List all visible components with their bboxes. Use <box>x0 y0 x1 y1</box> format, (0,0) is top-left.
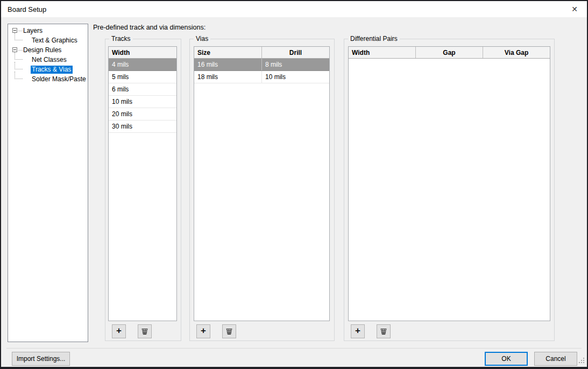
sidebar-item-text-graphics[interactable]: Text & Graphics <box>8 36 88 45</box>
table-cell[interactable]: 8 mils <box>261 59 329 70</box>
table-cell[interactable]: 30 mils <box>109 120 176 132</box>
page-title: Pre-defined track and via dimensions: <box>93 24 206 31</box>
title-bar: Board Setup ✕ <box>1 1 587 17</box>
table-row[interactable]: 10 mils <box>109 96 176 108</box>
table-cell[interactable]: 18 mils <box>194 71 261 83</box>
tree-connector <box>15 52 23 60</box>
import-settings-button[interactable]: Import Settings... <box>12 352 70 366</box>
tracks-group: Tracks Width4 mils5 mils6 mils10 mils20 … <box>105 39 181 341</box>
tracks-group-label: Tracks <box>109 35 133 42</box>
column-header[interactable]: Width <box>349 47 415 58</box>
table-row[interactable]: 6 mils <box>109 83 176 96</box>
differential-pairs-group: Differential Pairs WidthGapVia Gap + <box>344 39 555 341</box>
tracks-table[interactable]: Width4 mils5 mils6 mils10 mils20 mils30 … <box>108 46 177 321</box>
tree-connector <box>15 72 23 79</box>
tree-connector <box>15 33 23 40</box>
column-header[interactable]: Drill <box>261 47 329 58</box>
table-cell[interactable]: 10 mils <box>261 71 329 83</box>
table-header-row: WidthGapVia Gap <box>349 47 550 59</box>
column-header[interactable]: Width <box>109 47 176 58</box>
sidebar-item-label: Layers <box>22 27 44 35</box>
table-row[interactable]: 18 mils10 mils <box>194 71 329 83</box>
settings-tree: LayersText & GraphicsDesign RulesNet Cla… <box>8 24 88 342</box>
table-row[interactable]: 20 mils <box>109 108 176 120</box>
sidebar-item-label: Net Classes <box>31 56 68 64</box>
board-setup-dialog: Board Setup ✕ LayersText & GraphicsDesig… <box>0 0 588 369</box>
delete-via-button[interactable] <box>222 324 236 338</box>
column-header[interactable]: Via Gap <box>483 47 550 58</box>
tree-connector <box>15 62 23 69</box>
table-row[interactable]: 30 mils <box>109 120 176 133</box>
sidebar-item-label: Tracks & Vias <box>31 66 73 74</box>
trash-icon <box>379 327 388 336</box>
vias-table[interactable]: SizeDrill16 mils8 mils18 mils10 mils <box>194 46 330 321</box>
table-cell[interactable]: 10 mils <box>109 96 176 108</box>
footer-divider <box>6 348 582 349</box>
trash-icon <box>225 327 233 336</box>
plus-icon: + <box>355 325 360 336</box>
table-cell[interactable]: 6 mils <box>109 83 176 95</box>
delete-track-button[interactable] <box>138 324 152 338</box>
sidebar-item-label: Solder Mask/Paste <box>31 75 88 83</box>
differential-pairs-group-label: Differential Pairs <box>348 35 400 42</box>
table-cell[interactable]: 20 mils <box>109 108 176 120</box>
collapse-icon[interactable] <box>12 47 17 52</box>
differential-pairs-table[interactable]: WidthGapVia Gap <box>348 46 550 321</box>
add-differential-pair-button[interactable]: + <box>351 324 365 338</box>
sidebar-item-label: Text & Graphics <box>31 37 79 45</box>
plus-icon: + <box>201 325 206 336</box>
column-header[interactable]: Size <box>194 47 261 58</box>
add-track-button[interactable]: + <box>112 324 126 338</box>
table-cell[interactable]: 4 mils <box>109 59 176 70</box>
table-header-row: SizeDrill <box>194 47 329 59</box>
delete-differential-pair-button[interactable] <box>377 324 391 338</box>
window-title: Board Setup <box>8 5 46 13</box>
table-cell[interactable]: 16 mils <box>194 59 261 70</box>
close-icon[interactable]: ✕ <box>562 1 587 17</box>
table-cell[interactable]: 5 mils <box>109 71 176 83</box>
add-via-button[interactable]: + <box>196 324 210 338</box>
column-header[interactable]: Gap <box>415 47 483 58</box>
collapse-icon[interactable] <box>12 28 17 33</box>
sidebar-item-solder-mask-paste[interactable]: Solder Mask/Paste <box>8 74 88 84</box>
ok-button[interactable]: OK <box>485 352 528 366</box>
table-header-row: Width <box>109 47 176 59</box>
resize-grip[interactable] <box>578 358 584 364</box>
table-row[interactable]: 4 mils <box>109 59 176 71</box>
vias-group: Vias SizeDrill16 mils8 mils18 mils10 mil… <box>189 39 335 341</box>
plus-icon: + <box>116 325 122 336</box>
sidebar-item-label: Design Rules <box>22 46 63 54</box>
table-row[interactable]: 16 mils8 mils <box>194 59 329 71</box>
trash-icon <box>140 327 149 336</box>
vias-group-label: Vias <box>194 35 210 42</box>
table-row[interactable]: 5 mils <box>109 71 176 83</box>
cancel-button[interactable]: Cancel <box>534 352 577 366</box>
